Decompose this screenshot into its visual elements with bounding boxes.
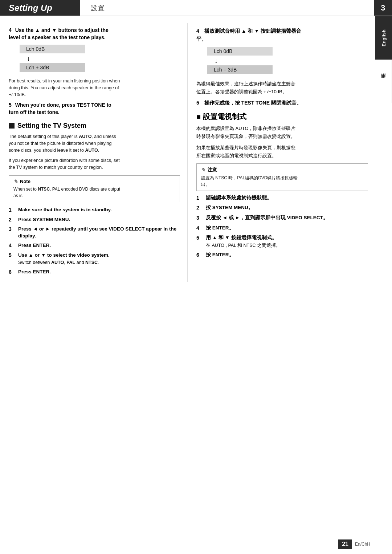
section-tv-system-heading: Setting the TV System — [9, 122, 180, 130]
footer: 21 En/ChH — [338, 539, 370, 549]
step-4: 4 Press ENTER. — [9, 242, 180, 249]
section-body-2: If you experience picture distortion wit… — [9, 157, 180, 171]
header-chinese-title: 設置 — [80, 0, 374, 16]
ch-note-box: ✎ 注意 設置為 NTSC 時，PAL編碼的DVD碟片將按原樣輸 出。 — [196, 163, 368, 191]
step-1: 1 Make sure that the system is in standb… — [9, 207, 180, 214]
ch-note-title: ✎ 注意 — [201, 167, 363, 173]
section-body-1: The default setting of this player is AU… — [9, 133, 180, 154]
ch-display-row-top: Lch 0dB — [207, 47, 273, 56]
ch-body-text: 為獲得最佳效果，進行上述操作時請坐在主聽音 位置上。各揚聲器的調整範圍為＋/−1… — [196, 80, 368, 96]
section-tv-system-title: Setting the TV System — [17, 122, 86, 130]
note-icon: ✎ — [13, 179, 18, 184]
ch-step-5-sub: 在 AUTO , PAL 和 NTSC 之間選擇。 — [196, 243, 281, 249]
header-title: Setting Up — [0, 0, 80, 16]
ch-step4-heading: 4 播放測試音時用 ▲ 和 ▼ 按鈕調整揚聲器音 平。 — [196, 27, 368, 43]
step-5-sub: Switch between AUTO, PAL and NTSC. — [9, 260, 99, 266]
ch-step-1: 1 請確認本系統處於待機狀態。 — [196, 195, 368, 202]
ch-numbered-steps: 1 請確認本系統處於待機狀態。 2 按 SYSTEM MENU。 3 反覆按 ◄… — [196, 195, 368, 259]
ch-step5: 5 操作完成後，按 TEST TONE 關閉測試音。 — [196, 99, 368, 107]
ch-step-6: 6 按 ENTER。 — [196, 252, 368, 259]
step5-heading: 5 When you're done, press TEST TONE to t… — [9, 102, 180, 116]
header-page-number: 3 — [374, 0, 392, 16]
ch-note-text: 設置為 NTSC 時，PAL編碼的DVD碟片將按原樣輸 出。 — [201, 175, 363, 188]
note-title: ✎ Note — [13, 179, 175, 184]
display-row-top: Lch 0dB — [20, 45, 85, 53]
black-square-icon — [9, 123, 15, 129]
display-row-bottom: Lch + 3dB — [20, 63, 85, 72]
step4-heading: 4 Use the ▲ and ▼ buttons to adjust the … — [9, 27, 180, 41]
ch-step-3: 3 反覆按 ◄ 或 ►，直到顯示屏中出現 VIDEO SELECT。 — [196, 215, 368, 222]
ch-section-body1: 本機的默認設置為 AUTO，除非在播放某些碟片 時發現有影像失頁現象，否則無需改… — [196, 125, 368, 140]
tab-chinese: 中國語 — [375, 60, 392, 103]
display-box-area: Lch 0dB ↓ Lch + 3dB — [9, 45, 180, 73]
ch-display-row-bottom: Lch + 3dB — [207, 65, 273, 74]
ch-step-5: 5 用 ▲ 和 ▼ 按鈕選擇電視制式。 在 AUTO , PAL 和 NTSC … — [196, 235, 368, 249]
step-5: 5 Use ▲ or ▼ to select the video system.… — [9, 252, 180, 266]
note-box: ✎ Note When set to NTSC, PAL encoded DVD… — [9, 175, 180, 202]
header-title-text: Setting Up — [9, 3, 52, 13]
left-column: 4 Use the ▲ and ▼ buttons to adjust the … — [0, 23, 188, 282]
step-3: 3 Press ◄ or ► repeatedly until you see … — [9, 226, 180, 240]
ch-section-heading: ■ 設置電視制式 — [196, 112, 368, 122]
main-content: 4 Use the ▲ and ▼ buttons to adjust the … — [0, 16, 375, 289]
ch-section-body2: 如果在播放某些碟片時發現影像失頁，則根據您 所在國家或地區的電視制式進行設置。 — [196, 144, 368, 160]
footer-page-num: 21 — [338, 539, 352, 549]
right-tabs: English 中國語 — [375, 16, 392, 161]
ch-note-icon: ✎ — [201, 167, 205, 173]
note-text: When set to NTSC, PAL encoded DVD discs … — [13, 186, 175, 199]
ch-step-2: 2 按 SYSTEM MENU。 — [196, 204, 368, 212]
tab-english: English — [375, 16, 392, 60]
step4-num: 4 — [9, 27, 12, 33]
ch-arrow-down: ↓ — [215, 57, 218, 65]
step-6: 6 Press ENTER. — [9, 269, 180, 276]
footer-lang-label: En/ChH — [355, 542, 370, 547]
arrow-down: ↓ — [27, 55, 30, 62]
ch-step-4: 4 按 ENTER。 — [196, 225, 368, 232]
step-2: 2 Press SYSTEM MENU. — [9, 216, 180, 224]
numbered-steps: 1 Make sure that the system is in standb… — [9, 207, 180, 276]
ch-display-box-area: Lch 0dB ↓ Lch + 3dB — [196, 47, 368, 75]
step4-body-text: For best results, sit in your main liste… — [9, 78, 180, 98]
header-bar: Setting Up 設置 3 — [0, 0, 392, 16]
right-column: 4 播放測試音時用 ▲ 和 ▼ 按鈕調整揚聲器音 平。 Lch 0dB ↓ Lc… — [188, 23, 375, 282]
